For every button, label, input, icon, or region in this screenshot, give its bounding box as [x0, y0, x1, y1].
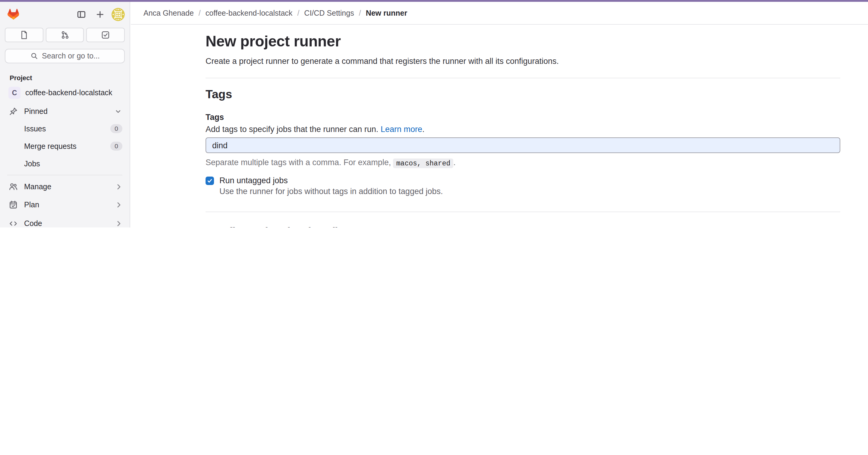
code-icon: [8, 219, 18, 228]
window-accent-bar: [0, 0, 868, 2]
breadcrumb-separator: /: [359, 9, 361, 17]
section-divider: [206, 78, 840, 78]
tags-help-suffix: .: [453, 158, 456, 167]
tags-field-description: Add tags to specify jobs that the runner…: [206, 125, 840, 134]
section-divider: [206, 212, 840, 212]
checkbox-run-untagged-jobs[interactable]: [206, 176, 214, 185]
breadcrumb-separator: /: [198, 9, 201, 17]
tags-input[interactable]: [206, 137, 840, 153]
page-title: New project runner: [206, 33, 840, 50]
project-avatar: C: [8, 87, 21, 99]
run-untagged-jobs-label[interactable]: Run untagged jobs: [219, 176, 288, 185]
period: .: [422, 125, 425, 134]
sidebar-project-item[interactable]: C coffee-backend-localstack: [2, 85, 127, 101]
page-subtitle: Create a project runner to generate a co…: [206, 57, 840, 66]
app-window: Search or go to... Project C coffee-back…: [0, 0, 868, 228]
chevron-right-icon: [115, 220, 122, 227]
search-icon: [30, 52, 38, 60]
project-name: coffee-backend-localstack: [25, 89, 113, 97]
run-untagged-jobs-help: Use the runner for jobs without tags in …: [219, 187, 840, 196]
tags-help-prefix: Separate multiple tags with a comma. For…: [206, 158, 391, 167]
sidebar-divider: [7, 175, 122, 175]
user-avatar[interactable]: [112, 8, 125, 21]
tags-description-text: Add tags to specify jobs that the runner…: [206, 125, 378, 134]
sidebar-toggle-button[interactable]: [74, 7, 89, 22]
merge-requests-shortcut-button[interactable]: [45, 28, 84, 42]
sidebar-item-jobs[interactable]: Jobs: [2, 155, 127, 172]
search-input[interactable]: Search or go to...: [5, 49, 125, 63]
breadcrumb: Anca Ghenade / coffee-backend-localstack…: [144, 9, 407, 17]
sidebar-shortcuts: [5, 28, 125, 42]
breadcrumb-bar: Anca Ghenade / coffee-backend-localstack…: [131, 2, 868, 25]
search-placeholder: Search or go to...: [42, 52, 100, 60]
chevron-right-icon: [115, 183, 122, 190]
sidebar-item-manage[interactable]: Manage: [2, 178, 127, 195]
chevron-right-icon: [115, 201, 122, 208]
gitlab-logo-icon[interactable]: [7, 8, 21, 21]
sidebar: Search or go to... Project C coffee-back…: [0, 2, 130, 228]
sidebar-header: [5, 7, 125, 22]
create-new-button[interactable]: [93, 7, 107, 22]
sidebar-header-actions: [74, 7, 125, 22]
tags-section-title: Tags: [206, 87, 840, 101]
sidebar-section-label: Project: [10, 74, 130, 83]
issues-shortcut-button[interactable]: [5, 28, 43, 42]
sidebar-item-pinned[interactable]: Pinned: [2, 103, 127, 120]
tags-help-code: macos, shared: [393, 158, 453, 168]
sidebar-item-issues[interactable]: Issues 0: [2, 120, 127, 137]
chevron-down-icon: [114, 107, 122, 116]
breadcrumb-current: New runner: [366, 9, 407, 17]
users-icon: [8, 182, 18, 191]
breadcrumb-project[interactable]: coffee-backend-localstack: [206, 9, 293, 17]
todo-shortcut-button[interactable]: [87, 28, 125, 42]
configuration-section-title: Configuration (optional): [206, 225, 840, 228]
calendar-icon: [8, 200, 18, 210]
sidebar-item-code[interactable]: Code: [2, 215, 127, 228]
breadcrumb-user[interactable]: Anca Ghenade: [144, 9, 194, 17]
tags-field-label: Tags: [206, 113, 840, 122]
tags-help-text: Separate multiple tags with a comma. For…: [206, 158, 840, 167]
breadcrumb-cicd-settings[interactable]: CI/CD Settings: [304, 9, 354, 17]
learn-more-link[interactable]: Learn more: [381, 125, 422, 134]
breadcrumb-separator: /: [297, 9, 299, 17]
main-content: New project runner Create a project runn…: [131, 25, 868, 228]
issues-count-badge: 0: [110, 124, 122, 133]
pin-icon: [8, 107, 18, 116]
sidebar-item-merge-requests[interactable]: Merge requests 0: [2, 137, 127, 155]
sidebar-item-plan[interactable]: Plan: [2, 196, 127, 214]
merge-requests-count-badge: 0: [110, 142, 122, 151]
